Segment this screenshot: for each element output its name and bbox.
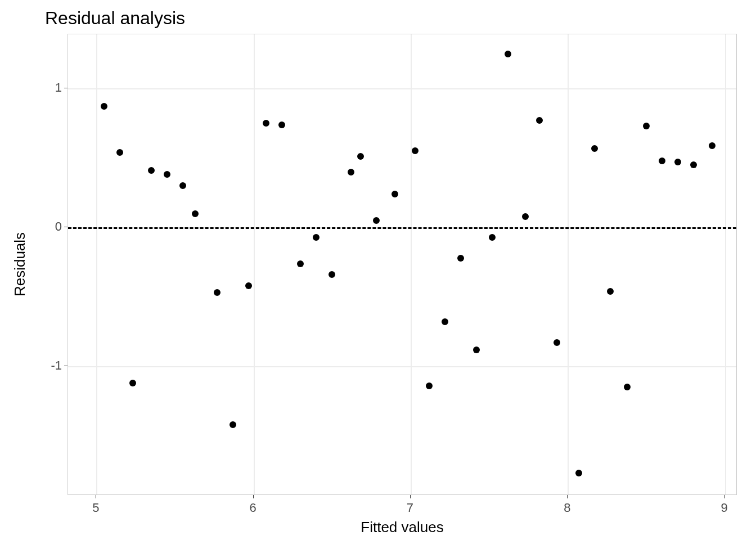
x-tick-label: 9 (721, 501, 728, 515)
gridline-vertical (254, 34, 255, 494)
data-point (607, 288, 614, 295)
data-point (643, 123, 650, 129)
data-point (536, 117, 543, 124)
x-tick-label: 5 (92, 501, 99, 515)
data-point (101, 103, 107, 110)
data-point (392, 191, 398, 197)
y-tick-label: 1 (45, 80, 62, 95)
data-point (442, 318, 448, 325)
data-point (245, 282, 252, 289)
y-tick-label: 0 (45, 219, 62, 234)
data-point (575, 470, 582, 476)
data-point (214, 289, 220, 296)
data-point (313, 234, 320, 241)
data-point (230, 421, 236, 428)
data-point (624, 384, 631, 390)
data-point (278, 122, 285, 128)
data-point (129, 380, 136, 386)
zero-reference-line (68, 227, 736, 229)
gridline-vertical (411, 34, 412, 494)
gridline-vertical (96, 34, 97, 494)
data-point (348, 169, 354, 176)
y-tick-mark (64, 227, 68, 227)
gridline-vertical (725, 34, 726, 494)
y-tick-mark (64, 366, 68, 366)
data-point (116, 149, 123, 156)
data-point (297, 260, 304, 267)
data-point (522, 213, 529, 220)
data-point (426, 382, 433, 389)
x-tick-mark (96, 495, 96, 498)
plot-area (68, 34, 737, 495)
data-point (659, 158, 665, 164)
data-point (263, 120, 269, 127)
data-point (412, 147, 418, 154)
data-point (489, 234, 496, 241)
data-point (148, 167, 155, 174)
data-point (473, 346, 480, 353)
x-tick-mark (410, 495, 411, 498)
data-point (373, 217, 380, 224)
gridline-vertical (568, 34, 569, 494)
data-point (690, 161, 697, 168)
data-point (164, 171, 170, 178)
data-point (328, 271, 335, 278)
data-point (554, 339, 560, 346)
x-tick-mark (567, 495, 568, 498)
gridline-horizontal (68, 88, 736, 89)
data-point (457, 255, 464, 262)
data-point (505, 51, 511, 57)
y-axis-label: Residuals (11, 232, 29, 296)
gridline-horizontal (68, 366, 736, 367)
data-point (192, 210, 199, 217)
x-tick-label: 6 (249, 501, 256, 515)
x-tick-label: 8 (564, 501, 570, 515)
x-axis-label: Fitted values (361, 519, 443, 536)
residual-scatter-chart: Residual analysis Fitted values Residual… (0, 0, 756, 540)
data-point (674, 159, 681, 165)
chart-title: Residual analysis (45, 8, 185, 29)
data-point (709, 142, 716, 149)
y-tick-label: -1 (45, 358, 62, 373)
x-tick-label: 7 (407, 501, 413, 515)
x-tick-mark (253, 495, 254, 498)
data-point (179, 182, 186, 189)
data-point (357, 153, 364, 160)
data-point (591, 145, 598, 152)
x-tick-mark (724, 495, 725, 498)
y-tick-mark (64, 88, 68, 88)
